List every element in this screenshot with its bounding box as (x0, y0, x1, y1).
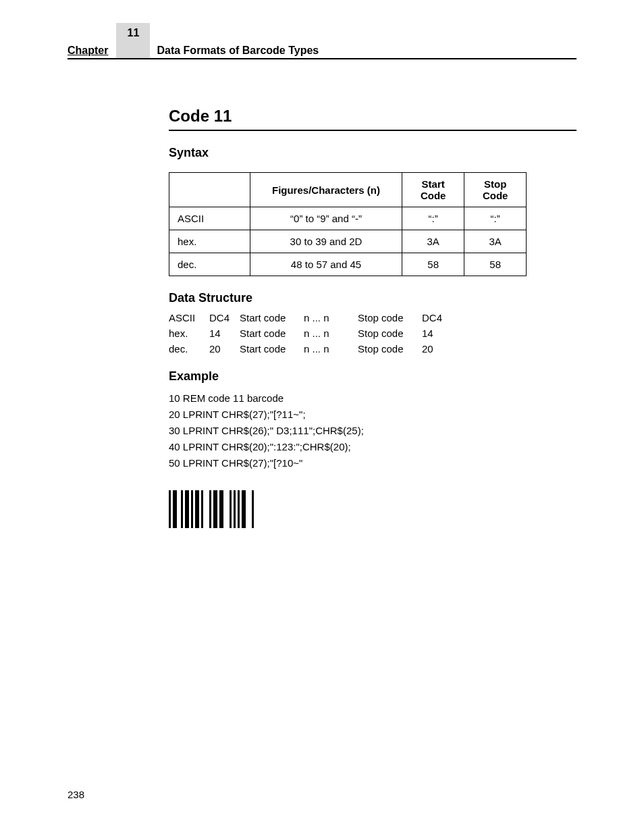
page-number: 238 (68, 789, 84, 800)
ds-cell: 14 (209, 328, 240, 339)
row-label: dec. (169, 253, 250, 276)
ds-cell: Start code (240, 328, 304, 339)
cell: 48 to 57 and 45 (250, 253, 402, 276)
ds-cell: Stop code (358, 328, 422, 339)
col-blank (169, 173, 250, 207)
col-stop: Stop Code (464, 173, 527, 207)
syntax-heading: Syntax (169, 146, 576, 160)
svg-rect-5 (195, 490, 199, 528)
svg-rect-14 (252, 490, 254, 528)
ds-cell: Start code (240, 343, 304, 355)
ds-cell: Start code (240, 312, 304, 323)
ds-cell: n ... n (304, 343, 358, 355)
section-title: Code 11 (169, 107, 576, 131)
running-header: Chapter 11 Data Formats of Barcode Types (68, 27, 576, 59)
table-row: dec. 48 to 57 and 45 58 58 (169, 253, 527, 276)
ds-cell: n ... n (304, 328, 358, 339)
col-start: Start Code (402, 173, 464, 207)
svg-rect-7 (209, 490, 211, 528)
chapter-title: Data Formats of Barcode Types (157, 45, 319, 57)
code-line: 30 LPRINT CHR$(26);" D3;111";CHR$(25); (169, 423, 576, 439)
row-label: ASCII (169, 207, 250, 230)
svg-rect-11 (234, 490, 236, 528)
cell: 3A (464, 230, 527, 253)
col-figures: Figures/Characters (n) (250, 173, 402, 207)
page-content: Code 11 Syntax Figures/Characters (n) St… (169, 107, 576, 531)
ds-cell: DC4 (422, 312, 459, 323)
svg-rect-8 (213, 490, 217, 528)
syntax-table: Figures/Characters (n) Start Code Stop C… (169, 172, 527, 276)
ds-cell: hex. (169, 328, 209, 339)
ds-cell: Stop code (358, 343, 422, 355)
svg-rect-4 (191, 490, 193, 528)
code-line: 10 REM code 11 barcode (169, 390, 576, 407)
ds-cell: Stop code (358, 312, 422, 323)
ds-cell: 20 (422, 343, 459, 355)
cell: 58 (402, 253, 464, 276)
ds-cell: ASCII (169, 312, 209, 323)
svg-rect-9 (219, 490, 223, 528)
cell: “:” (464, 207, 527, 230)
cell: “:” (402, 207, 464, 230)
svg-rect-13 (242, 490, 246, 528)
chapter-label: Chapter (68, 45, 108, 57)
chapter-number: 11 (116, 23, 150, 58)
svg-rect-3 (185, 490, 189, 528)
svg-rect-6 (201, 490, 203, 528)
data-structure-heading: Data Structure (169, 291, 576, 305)
example-heading: Example (169, 369, 576, 384)
table-header-row: Figures/Characters (n) Start Code Stop C… (169, 173, 527, 207)
svg-rect-1 (173, 490, 177, 528)
row-label: hex. (169, 230, 250, 253)
code-line: 20 LPRINT CHR$(27);"[?11~"; (169, 407, 576, 423)
ds-cell: dec. (169, 343, 209, 355)
ds-cell: 20 (209, 343, 240, 355)
svg-rect-2 (181, 490, 183, 528)
svg-rect-12 (238, 490, 240, 528)
svg-rect-10 (230, 490, 232, 528)
example-code: 10 REM code 11 barcode 20 LPRINT CHR$(27… (169, 390, 576, 471)
table-row: ASCII “0” to “9” and “-” “:” “:” (169, 207, 527, 230)
code-line: 40 LPRINT CHR$(20);":123:";CHR$(20); (169, 439, 576, 455)
ds-cell: n ... n (304, 312, 358, 323)
cell: 30 to 39 and 2D (250, 230, 402, 253)
cell: “0” to “9” and “-” (250, 207, 402, 230)
svg-rect-0 (169, 490, 171, 528)
ds-cell: DC4 (209, 312, 240, 323)
table-row: hex. 30 to 39 and 2D 3A 3A (169, 230, 527, 253)
barcode-icon (169, 490, 576, 531)
code-line: 50 LPRINT CHR$(27);"[?10~" (169, 455, 576, 471)
data-structure-grid: ASCII DC4 Start code n ... n Stop code D… (169, 312, 576, 355)
ds-cell: 14 (422, 328, 459, 339)
cell: 3A (402, 230, 464, 253)
cell: 58 (464, 253, 527, 276)
page: Chapter 11 Data Formats of Barcode Types… (0, 0, 644, 834)
